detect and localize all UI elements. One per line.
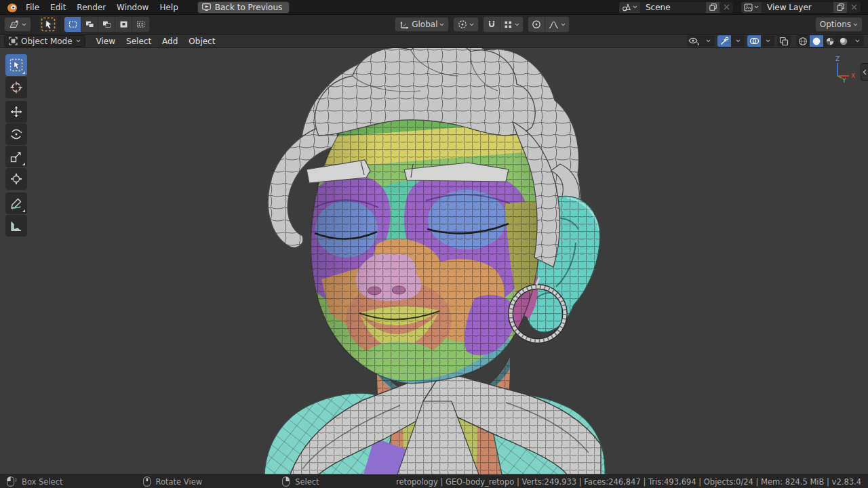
active-tool-indicator[interactable] [39, 16, 57, 33]
topbar: File Edit Render Window Help Back to Pre… [0, 0, 868, 15]
show-gizmos-toggle[interactable] [717, 35, 731, 47]
options-dropdown[interactable]: Options [815, 17, 863, 32]
solid-sphere-icon [812, 37, 821, 46]
pivot-point-dropdown[interactable] [453, 17, 479, 32]
menu-help[interactable]: Help [154, 0, 183, 15]
tool-measure[interactable] [5, 215, 27, 237]
scene-unlink-button[interactable] [719, 2, 733, 13]
menu-view[interactable]: View [91, 35, 121, 48]
chevron-down-icon [754, 5, 759, 9]
mode-selector[interactable]: Object Mode [4, 35, 85, 47]
view-layer-selector[interactable]: View Layer [741, 1, 861, 14]
wireframe-sphere-icon [798, 37, 808, 46]
menu-render[interactable]: Render [71, 0, 111, 15]
shading-dropdown[interactable] [850, 35, 864, 47]
shading-solid-button[interactable] [810, 35, 823, 47]
tool-rotate[interactable] [5, 123, 27, 145]
view-layer-icon [744, 3, 753, 12]
viewport-3d[interactable]: Z X Y [0, 48, 868, 474]
editor-type-selector[interactable] [4, 17, 31, 32]
shading-material-button[interactable] [823, 35, 837, 47]
overlays-dropdown[interactable] [761, 35, 774, 47]
options-label: Options [820, 20, 851, 29]
transform-orientation-dropdown[interactable]: Global [395, 17, 449, 32]
hint-select-label: Select [295, 477, 319, 487]
hint-box-select-label: Box Select [22, 477, 63, 487]
rendered-sphere-icon [839, 37, 848, 46]
scene-icon [622, 3, 631, 12]
axis-navigation-gizmo[interactable]: Z X Y [829, 55, 859, 83]
select-mode-group [64, 16, 150, 33]
mode-label: Object Mode [21, 37, 73, 46]
tool-transform[interactable] [5, 168, 27, 190]
tool-select-box[interactable] [5, 54, 27, 76]
magnet-icon [487, 20, 496, 29]
statusbar: Box Select Rotate View Select retopology… [0, 474, 868, 488]
scene-browse-button[interactable] [619, 2, 640, 13]
shading-group [796, 35, 864, 47]
xray-toggle[interactable] [777, 35, 791, 47]
menu-select[interactable]: Select [121, 35, 157, 48]
shading-wireframe-button[interactable] [796, 35, 810, 47]
select-mode-extend[interactable] [81, 17, 98, 32]
chevron-left-icon [863, 69, 867, 75]
scene-new-button[interactable] [706, 2, 719, 13]
overlays-icon [749, 37, 760, 45]
view-layer-remove-button[interactable] [847, 2, 861, 13]
tool-annotate[interactable] [5, 192, 27, 214]
tool-move[interactable] [5, 101, 27, 123]
snap-target-dropdown[interactable] [500, 17, 523, 32]
view-layer-name[interactable]: View Layer [762, 3, 833, 12]
chevron-down-icon [469, 23, 474, 26]
select-mode-subtract[interactable] [98, 17, 115, 32]
view-layer-browse-button[interactable] [741, 2, 762, 13]
select-mode-set[interactable] [64, 17, 81, 32]
gizmos-group [717, 35, 745, 47]
proportional-edit-group [528, 16, 570, 33]
orientation-label: Global [412, 20, 437, 29]
viewport-controls [687, 35, 864, 47]
view-layer-new-button[interactable] [833, 2, 847, 13]
tool-cursor[interactable] [5, 77, 27, 98]
select-mode-invert[interactable] [115, 17, 132, 32]
transform-snap-cluster: Global [395, 16, 570, 33]
proportional-edit-toggle[interactable] [528, 17, 545, 32]
chevron-down-icon [22, 23, 26, 26]
gizmos-dropdown[interactable] [731, 35, 745, 47]
menu-object[interactable]: Object [183, 35, 220, 48]
tool-scale[interactable] [5, 146, 27, 167]
menu-edit[interactable]: Edit [45, 0, 71, 15]
menu-add[interactable]: Add [157, 35, 183, 48]
toolbar [5, 54, 27, 239]
scene-stats: retopology | GEO-body_retopo | Verts:249… [396, 477, 861, 487]
scene-selector[interactable]: Scene [618, 1, 734, 14]
chevron-down-icon [766, 39, 770, 43]
viewport-canvas[interactable] [0, 48, 868, 474]
screen-back-icon [202, 3, 211, 11]
move-icon [9, 105, 23, 119]
close-icon [851, 4, 857, 10]
shading-rendered-button[interactable] [837, 35, 850, 47]
duplicate-icon [837, 3, 844, 11]
3d-cursor-icon [9, 81, 23, 94]
subtool-indicator [22, 209, 25, 212]
axis-x-label: X [851, 73, 855, 79]
transform-icon [9, 172, 23, 186]
scene-name[interactable]: Scene [640, 3, 706, 12]
menu-file[interactable]: File [20, 0, 45, 15]
visibility-dropdown[interactable] [687, 35, 715, 47]
measure-icon [9, 219, 23, 232]
snap-toggle[interactable] [484, 17, 500, 32]
proportional-circle-icon [532, 20, 541, 29]
back-to-previous-button[interactable]: Back to Previous [197, 1, 290, 14]
proportional-falloff-dropdown[interactable] [545, 17, 569, 32]
chevron-down-icon [439, 23, 444, 26]
show-overlays-toggle[interactable] [747, 35, 761, 47]
blender-logo-icon[interactable] [7, 2, 18, 13]
select-mode-intersect[interactable] [132, 17, 149, 32]
falloff-curve-icon [549, 20, 559, 29]
subtool-indicator [22, 71, 25, 74]
sidebar-expand-tab[interactable] [861, 63, 868, 81]
pivot-point-icon [458, 20, 467, 29]
menu-window[interactable]: Window [111, 0, 154, 15]
